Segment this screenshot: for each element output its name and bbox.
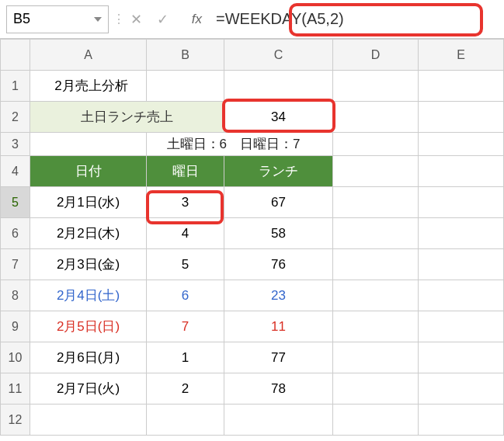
- row-2: 2 土日ランチ売上 34: [1, 102, 504, 133]
- cell-D9[interactable]: [333, 311, 419, 342]
- select-all-corner[interactable]: [1, 40, 30, 71]
- cell-D6[interactable]: [333, 218, 419, 249]
- cell-A9[interactable]: 2月5日(日): [30, 311, 147, 342]
- dropdown-icon[interactable]: [94, 17, 102, 22]
- cell-D3[interactable]: [333, 133, 419, 156]
- cell-E2[interactable]: [419, 102, 504, 133]
- row-header-4[interactable]: 4: [1, 156, 30, 187]
- formula-bar: B5 ⋮ ✕ ✓ fx =WEEKDAY(A5,2): [0, 0, 504, 39]
- cell-B4-header[interactable]: 曜日: [147, 156, 224, 187]
- col-header-B[interactable]: B: [147, 40, 224, 71]
- row-12: 12: [1, 405, 504, 436]
- cell-D5[interactable]: [333, 187, 419, 218]
- cell-B9[interactable]: 7: [147, 311, 224, 342]
- cell-A5[interactable]: 2月1日(水): [30, 187, 147, 218]
- name-box-separator: ⋮: [115, 4, 123, 35]
- cell-E10[interactable]: [419, 342, 504, 373]
- col-header-E[interactable]: E: [419, 40, 504, 71]
- col-header-A[interactable]: A: [30, 40, 147, 71]
- column-header-row: A B C D E: [1, 40, 504, 71]
- row-10: 102月6日(月)177: [1, 342, 504, 373]
- row-header-9[interactable]: 9: [1, 311, 30, 342]
- cell-C10[interactable]: 77: [224, 342, 333, 373]
- cell-B12[interactable]: [147, 405, 224, 436]
- col-header-D[interactable]: D: [333, 40, 419, 71]
- cell-B8[interactable]: 6: [147, 280, 224, 311]
- cell-E6[interactable]: [419, 218, 504, 249]
- cell-C8[interactable]: 23: [224, 280, 333, 311]
- cell-D12[interactable]: [333, 405, 419, 436]
- cell-E4[interactable]: [419, 156, 504, 187]
- cell-B5[interactable]: 3: [147, 187, 224, 218]
- cell-D2[interactable]: [333, 102, 419, 133]
- col-header-C[interactable]: C: [224, 40, 333, 71]
- row-1: 1 2月売上分析: [1, 71, 504, 102]
- cell-C9[interactable]: 11: [224, 311, 333, 342]
- cell-B7[interactable]: 5: [147, 249, 224, 280]
- cell-E12[interactable]: [419, 405, 504, 436]
- cell-C4-header[interactable]: ランチ: [224, 156, 333, 187]
- cell-E11[interactable]: [419, 373, 504, 405]
- row-header-8[interactable]: 8: [1, 280, 30, 311]
- cell-A4-header[interactable]: 日付: [30, 156, 147, 187]
- cell-A7[interactable]: 2月3日(金): [30, 249, 147, 280]
- row-header-3[interactable]: 3: [1, 133, 30, 156]
- row-3: 3 土曜日：6 日曜日：7: [1, 133, 504, 156]
- cancel-button[interactable]: ✕: [123, 5, 149, 33]
- cell-B11[interactable]: 2: [147, 373, 224, 405]
- row-header-10[interactable]: 10: [1, 342, 30, 373]
- row-header-2[interactable]: 2: [1, 102, 30, 133]
- cell-D7[interactable]: [333, 249, 419, 280]
- cell-B10[interactable]: 1: [147, 342, 224, 373]
- cell-E8[interactable]: [419, 280, 504, 311]
- row-header-6[interactable]: 6: [1, 218, 30, 249]
- cell-D1[interactable]: [333, 71, 419, 102]
- enter-button[interactable]: ✓: [149, 5, 176, 33]
- row-header-5[interactable]: 5: [1, 187, 30, 218]
- formula-text: =WEEKDAY(A5,2): [216, 10, 344, 28]
- name-box[interactable]: B5: [6, 5, 109, 33]
- cell-A11[interactable]: 2月7日(火): [30, 373, 147, 405]
- fx-label[interactable]: fx: [176, 12, 207, 27]
- cell-A12[interactable]: [30, 405, 147, 436]
- row-header-11[interactable]: 11: [1, 373, 30, 405]
- row-5: 52月1日(水)367: [1, 187, 504, 218]
- cell-A8[interactable]: 2月4日(土): [30, 280, 147, 311]
- cell-E9[interactable]: [419, 311, 504, 342]
- cell-C11[interactable]: 78: [224, 373, 333, 405]
- cell-E7[interactable]: [419, 249, 504, 280]
- cell-A10[interactable]: 2月6日(月): [30, 342, 147, 373]
- cell-E5[interactable]: [419, 187, 504, 218]
- row-header-7[interactable]: 7: [1, 249, 30, 280]
- row-6: 62月2日(木)458: [1, 218, 504, 249]
- cell-A3[interactable]: [30, 133, 147, 156]
- row-header-1[interactable]: 1: [1, 71, 30, 102]
- row-11: 112月7日(火)278: [1, 373, 504, 405]
- spreadsheet: A B C D E 1 2月売上分析 2 土日ランチ売上 34 3 土曜日：6 …: [0, 39, 504, 436]
- row-header-12[interactable]: 12: [1, 405, 30, 436]
- cell-A6[interactable]: 2月2日(木): [30, 218, 147, 249]
- row-8: 82月4日(土)623: [1, 280, 504, 311]
- cell-C2[interactable]: 34: [224, 102, 333, 133]
- cell-A2B2-merged[interactable]: 土日ランチ売上: [30, 102, 224, 133]
- cell-D4[interactable]: [333, 156, 419, 187]
- grid-table: A B C D E 1 2月売上分析 2 土日ランチ売上 34 3 土曜日：6 …: [0, 39, 504, 436]
- cell-D11[interactable]: [333, 373, 419, 405]
- formula-input[interactable]: =WEEKDAY(A5,2): [207, 5, 504, 33]
- row-9: 92月5日(日)711: [1, 311, 504, 342]
- cell-C7[interactable]: 76: [224, 249, 333, 280]
- cell-A1[interactable]: 2月売上分析: [30, 71, 147, 102]
- row-7: 72月3日(金)576: [1, 249, 504, 280]
- cell-B3C3-merged[interactable]: 土曜日：6 日曜日：7: [147, 133, 333, 156]
- cell-C6[interactable]: 58: [224, 218, 333, 249]
- cell-C5[interactable]: 67: [224, 187, 333, 218]
- cell-B1[interactable]: [147, 71, 224, 102]
- cell-E1[interactable]: [419, 71, 504, 102]
- cell-B6[interactable]: 4: [147, 218, 224, 249]
- cell-E3[interactable]: [419, 133, 504, 156]
- cell-D10[interactable]: [333, 342, 419, 373]
- cell-C1[interactable]: [224, 71, 333, 102]
- cell-D8[interactable]: [333, 280, 419, 311]
- cell-C12[interactable]: [224, 405, 333, 436]
- name-box-value: B5: [13, 11, 30, 27]
